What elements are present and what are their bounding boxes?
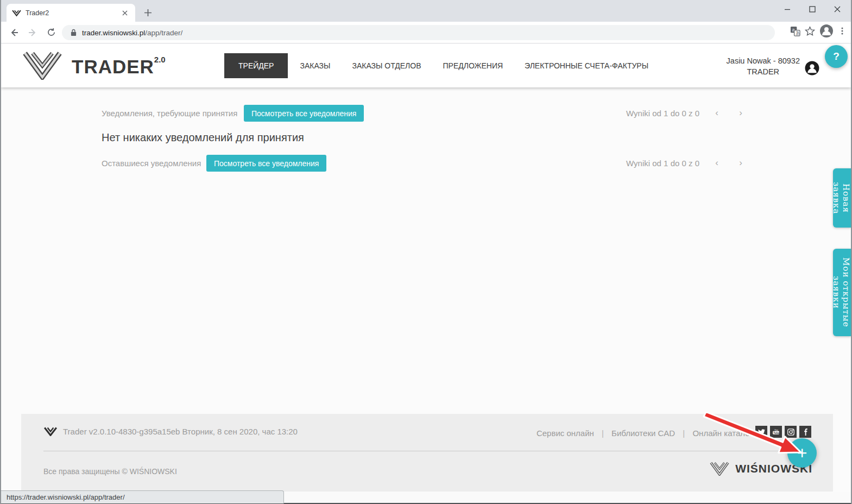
link-cad-libraries[interactable]: Библиотеки CAD (611, 429, 675, 438)
app-version: 2.0 (154, 55, 166, 64)
tab-strip: Trader2 (1, 0, 851, 22)
browser-menu-icon[interactable] (838, 27, 847, 37)
empty-notifications-message: Нет никаких уведомлений для принятия (102, 131, 304, 144)
link-separator: | (602, 429, 604, 438)
nav-einvoices[interactable]: ЭЛЕКТРОННЫЕ СЧЕТА-ФАКТУРЫ (514, 53, 659, 78)
url-path: /app/trader/ (145, 29, 182, 37)
browser-window: Trader2 (0, 0, 852, 504)
nav-orders[interactable]: ЗАКАЗЫ (289, 53, 341, 78)
svg-text:You: You (774, 429, 778, 431)
next-page-icon-1[interactable]: › (734, 106, 747, 119)
back-icon[interactable] (5, 24, 23, 41)
copyright-text: Все права защищены © WIŚNIOWSKI (43, 467, 177, 476)
main-nav: ТРЕЙДЕР ЗАКАЗЫ ЗАКАЗЫ ОТДЕЛОВ ПРЕДЛОЖЕНИ… (224, 44, 659, 87)
view-all-notifications-button-2[interactable]: Посмотреть все уведомления (206, 155, 326, 172)
maximize-button[interactable] (800, 0, 825, 18)
side-tab-my-open-requests[interactable]: Мои открытые заявки (833, 249, 851, 336)
bookmark-star-icon[interactable] (805, 26, 815, 39)
status-bar: https://trader.wisniowski.pl/app/trader/ (1, 490, 284, 503)
link-separator: | (683, 429, 685, 438)
twitter-icon[interactable] (755, 426, 767, 438)
trader-logo-icon (23, 51, 62, 80)
results-counter-2: Wyniki od 1 do 0 z 0 (596, 159, 699, 168)
prev-page-icon-2[interactable]: ‹ (710, 156, 723, 169)
version-info: Trader v2.0.10-4830-g395a15eb Вторник, 8… (43, 427, 298, 436)
tab-title: Trader2 (26, 9, 120, 17)
app-title: TRADER2.0 (72, 55, 166, 78)
main-content: Уведомления, требующие принятия Посмотре… (1, 87, 851, 414)
section-label-remaining: Оставшиеся уведомления (102, 159, 201, 168)
social-icons: You Tube (755, 426, 811, 438)
wisniowski-logo-icon (709, 462, 730, 476)
reload-icon[interactable] (42, 24, 60, 41)
footer-divider (43, 451, 811, 451)
youtube-icon[interactable]: You Tube (770, 426, 782, 438)
close-window-button[interactable] (825, 0, 850, 18)
user-avatar-icon[interactable] (805, 61, 819, 78)
nav-department-orders[interactable]: ЗАКАЗЫ ОТДЕЛОВ (341, 53, 432, 78)
link-service-online[interactable]: Сервис онлайн (537, 429, 594, 438)
svg-text:Tube: Tube (773, 432, 779, 434)
user-name: Jasiu Nowak - 80932 (727, 56, 800, 65)
wisniowski-favicon-icon (12, 9, 21, 17)
side-tab-new-request[interactable]: Новая заявка (833, 168, 851, 228)
prev-page-icon-1[interactable]: ‹ (710, 106, 723, 119)
results-counter-1: Wyniki od 1 do 0 z 0 (596, 109, 699, 118)
next-page-icon-2[interactable]: › (734, 156, 747, 169)
tab-close-icon[interactable] (120, 8, 130, 18)
new-tab-button[interactable] (141, 6, 154, 19)
minimize-button[interactable] (775, 0, 800, 18)
view-all-notifications-button-1[interactable]: Посмотреть все уведомления (244, 105, 364, 122)
svg-text:あ: あ (796, 31, 800, 36)
help-button[interactable]: ? (825, 45, 848, 68)
window-controls (775, 0, 850, 18)
toolbar-right: a あ (790, 24, 847, 40)
page-footer: Trader v2.0.10-4830-g395a15eb Вторник, 8… (21, 414, 833, 492)
app-header: TRADER2.0 ТРЕЙДЕР ЗАКАЗЫ ЗАКАЗЫ ОТДЕЛОВ … (1, 44, 851, 87)
lock-icon (71, 29, 77, 36)
url-bar[interactable]: trader.wisniowski.pl/app/trader/ (62, 25, 775, 40)
wisniowski-mini-logo-icon (43, 427, 58, 436)
section-label-pending: Уведомления, требующие принятия (102, 109, 237, 118)
browser-tab[interactable]: Trader2 (7, 4, 135, 22)
facebook-icon[interactable] (799, 426, 811, 438)
link-online-catalog[interactable]: Онлайн каталог (692, 429, 753, 438)
nav-offers[interactable]: ПРЕДЛОЖЕНИЯ (432, 53, 514, 78)
forward-icon[interactable] (24, 24, 41, 41)
translate-icon[interactable]: a あ (790, 26, 800, 39)
user-info: Jasiu Nowak - 80932 TRADER (727, 56, 800, 76)
footer-links: Сервис онлайн | Библиотеки CAD | Онлайн … (537, 429, 753, 438)
browser-profile-avatar[interactable] (819, 24, 834, 40)
version-text: Trader v2.0.10-4830-g395a15eb Вторник, 8… (63, 427, 298, 436)
nav-trader[interactable]: ТРЕЙДЕР (224, 53, 288, 78)
user-role: TRADER (727, 67, 800, 76)
url-host: trader.wisniowski.pl (82, 29, 145, 37)
instagram-icon[interactable] (785, 426, 797, 438)
add-fab-button[interactable]: + (787, 438, 817, 468)
